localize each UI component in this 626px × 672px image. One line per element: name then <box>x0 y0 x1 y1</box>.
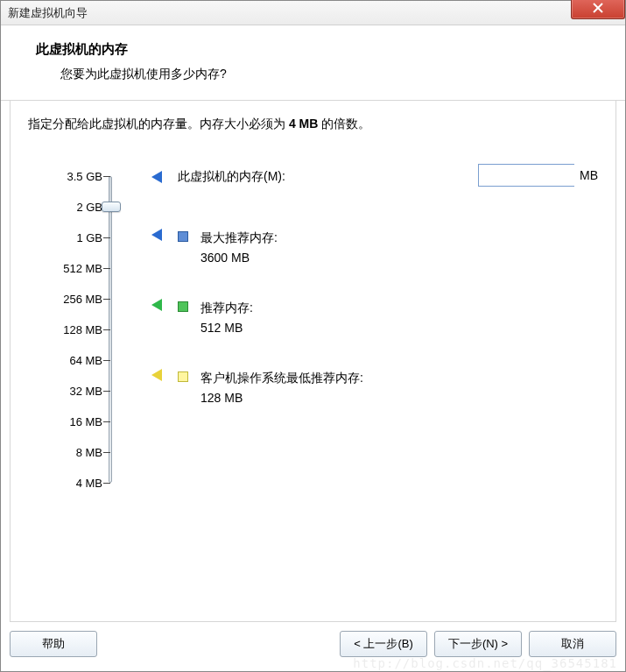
slider-tick-label: 256 MB <box>63 293 102 306</box>
slider-tick-label: 512 MB <box>63 262 102 275</box>
slider-tick <box>103 452 110 453</box>
wizard-body: 指定分配给此虚拟机的内存量。内存大小必须为 4 MB 的倍数。 3.5 GB2 … <box>10 101 616 622</box>
blue-triangle-icon <box>151 229 162 241</box>
slider-tick <box>103 421 110 422</box>
yellow-triangle-icon <box>151 369 162 381</box>
wizard-window: 新建虚拟机向导 此虚拟机的内存 您要为此虚拟机使用多少内存? 指定分配给此虚拟机… <box>0 0 626 672</box>
slider-tick <box>103 268 110 269</box>
current-marker-icon <box>151 171 162 183</box>
back-button[interactable]: < 上一步(B) <box>340 631 427 657</box>
cancel-button[interactable]: 取消 <box>529 631 616 657</box>
slider-tick-label: 1 GB <box>76 231 102 244</box>
legend-title: 推荐内存: <box>200 299 253 317</box>
slider-tick <box>103 483 110 484</box>
memory-slider[interactable]: 3.5 GB2 GB1 GB512 MB256 MB128 MB64 MB32 … <box>28 169 129 493</box>
page-subtitle: 您要为此虚拟机使用多少内存? <box>60 67 615 82</box>
page-title: 此虚拟机的内存 <box>36 41 615 58</box>
memory-unit: MB <box>580 168 598 182</box>
blue-square-icon <box>178 231 188 242</box>
slider-tick <box>103 176 110 177</box>
titlebar: 新建虚拟机向导 <box>1 1 625 25</box>
slider-tick-label: 32 MB <box>69 385 102 398</box>
slider-tick-label: 128 MB <box>63 323 102 336</box>
close-icon <box>593 3 603 13</box>
slider-tick-label: 8 MB <box>76 446 102 459</box>
next-button[interactable]: 下一步(N) > <box>434 631 522 657</box>
slider-tick <box>103 299 110 300</box>
instruction-text: 指定分配给此虚拟机的内存量。内存大小必须为 4 MB 的倍数。 <box>28 117 598 132</box>
slider-tick-label: 3.5 GB <box>67 170 102 183</box>
legend-item-yellow: 客户机操作系统最低推荐内存:128 MB <box>151 369 598 407</box>
slider-tick <box>103 360 110 361</box>
legend-title: 客户机操作系统最低推荐内存: <box>200 369 363 387</box>
slider-thumb[interactable] <box>102 202 121 212</box>
slider-tick <box>103 237 110 238</box>
yellow-square-icon <box>178 371 188 382</box>
green-triangle-icon <box>151 299 162 311</box>
legend-value: 512 MB <box>200 319 253 337</box>
slider-tick <box>103 391 110 392</box>
instruction-post: 的倍数。 <box>318 117 370 131</box>
legend-item-green: 推荐内存:512 MB <box>151 299 598 337</box>
slider-tick-label: 64 MB <box>69 354 102 367</box>
legend-value: 3600 MB <box>200 249 278 267</box>
instruction-bold: 4 MB <box>289 117 318 131</box>
instruction-pre: 指定分配给此虚拟机的内存量。内存大小必须为 <box>28 117 289 131</box>
window-title: 新建虚拟机向导 <box>8 5 88 21</box>
wizard-header: 此虚拟机的内存 您要为此虚拟机使用多少内存? <box>1 25 625 101</box>
legend-title: 最大推荐内存: <box>200 229 278 247</box>
memory-field-row: 此虚拟机的内存(M): ▲ ▼ MB <box>151 169 598 185</box>
slider-tick-label: 2 GB <box>76 201 102 214</box>
legend-value: 128 MB <box>200 389 363 407</box>
help-button[interactable]: 帮助 <box>10 631 97 657</box>
memory-field-label: 此虚拟机的内存(M): <box>178 169 285 185</box>
slider-tick <box>103 329 110 330</box>
watermark: http://blog.csdn.net/qq_36545181 <box>353 656 617 670</box>
green-square-icon <box>178 301 188 312</box>
close-button[interactable] <box>571 0 625 19</box>
slider-tick-label: 4 MB <box>76 477 102 490</box>
legend-item-blue: 最大推荐内存:3600 MB <box>151 229 598 267</box>
slider-tick-label: 16 MB <box>69 415 102 428</box>
memory-spinner[interactable]: ▲ ▼ <box>478 164 574 187</box>
